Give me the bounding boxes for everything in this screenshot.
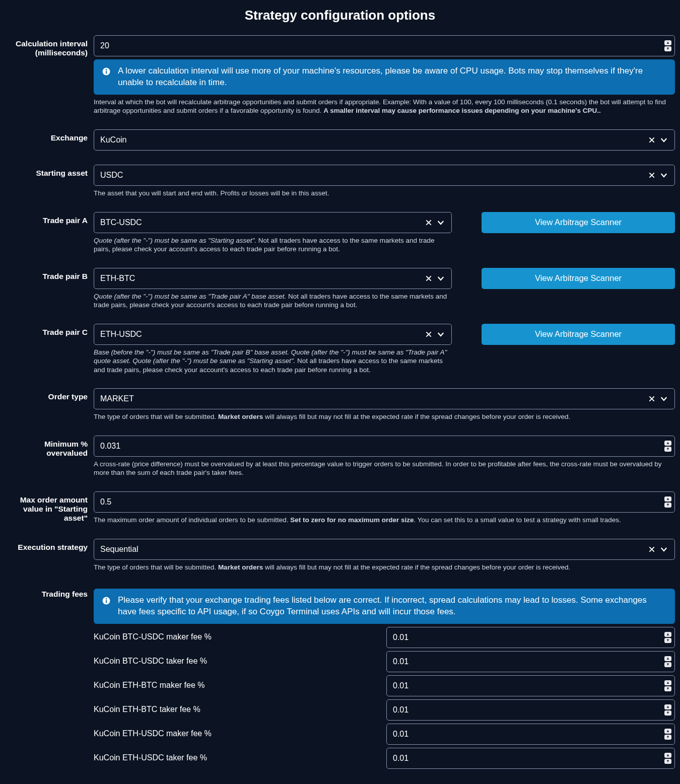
- max-order-help: The maximum order amount of individual o…: [94, 516, 675, 525]
- fee-input[interactable]: 0.01 ▲▼: [386, 675, 675, 696]
- spinner-down-icon[interactable]: ▼: [664, 710, 671, 716]
- spinner-up-icon[interactable]: ▲: [664, 753, 671, 758]
- fee-row: KuCoin ETH-USDC maker fee % 0.01 ▲▼: [94, 724, 675, 745]
- trade-pair-a-value: BTC-USDC: [100, 218, 424, 227]
- trade-pair-c-select[interactable]: ETH-USDC: [94, 324, 452, 345]
- view-arbitrage-scanner-button[interactable]: View Arbitrage Scanner: [482, 212, 675, 233]
- spinner-up-icon[interactable]: ▲: [664, 441, 671, 446]
- trade-pair-a-label: Trade pair A: [5, 212, 94, 254]
- trading-fees-banner: Please verify that your exchange trading…: [94, 589, 675, 624]
- spinner-down-icon[interactable]: ▼: [664, 735, 671, 740]
- trade-pair-c-value: ETH-USDC: [100, 330, 424, 339]
- exchange-label: Exchange: [5, 129, 94, 151]
- spinner-down-icon[interactable]: ▼: [664, 662, 671, 667]
- fee-label: KuCoin ETH-BTC maker fee %: [94, 676, 380, 696]
- spinner-down-icon[interactable]: ▼: [664, 46, 671, 51]
- starting-asset-value: USDC: [100, 171, 647, 180]
- trade-pair-b-help: Quote (after the "-") must be same as "T…: [94, 292, 452, 310]
- max-order-label: Max order amount value in "Starting asse…: [5, 491, 94, 525]
- chevron-down-icon[interactable]: [436, 330, 445, 339]
- fee-input[interactable]: 0.01 ▲▼: [386, 699, 675, 721]
- svg-point-1: [106, 69, 107, 70]
- min-overvalued-value: 0.031: [100, 442, 668, 451]
- fee-input[interactable]: 0.01 ▲▼: [386, 724, 675, 745]
- max-order-input[interactable]: 0.5 ▲▼: [94, 491, 675, 513]
- view-arbitrage-scanner-button[interactable]: View Arbitrage Scanner: [482, 268, 675, 289]
- chevron-down-icon[interactable]: [659, 135, 668, 145]
- clear-icon[interactable]: [647, 394, 656, 403]
- fee-row: KuCoin ETH-BTC taker fee % 0.01 ▲▼: [94, 699, 675, 721]
- trading-fees-banner-text: Please verify that your exchange trading…: [118, 595, 667, 618]
- execution-strategy-value: Sequential: [100, 545, 647, 554]
- chevron-down-icon[interactable]: [659, 171, 668, 180]
- fee-row: KuCoin ETH-BTC maker fee % 0.01 ▲▼: [94, 675, 675, 696]
- fee-row: KuCoin ETH-USDC taker fee % 0.01 ▲▼: [94, 748, 675, 769]
- spinner-down-icon[interactable]: ▼: [664, 503, 671, 508]
- chevron-down-icon[interactable]: [659, 394, 668, 403]
- info-icon: [102, 596, 111, 605]
- fee-value: 0.01: [393, 681, 668, 690]
- fee-label: KuCoin BTC-USDC maker fee %: [94, 627, 380, 648]
- number-spinner: ▲ ▼: [664, 40, 671, 51]
- exchange-select[interactable]: KuCoin: [94, 129, 675, 151]
- fee-value: 0.01: [393, 705, 668, 715]
- svg-point-4: [106, 598, 107, 599]
- spinner-down-icon[interactable]: ▼: [664, 759, 671, 764]
- exchange-value: KuCoin: [100, 135, 647, 145]
- min-overvalued-help: A cross-rate (price difference) must be …: [94, 460, 675, 477]
- spinner-up-icon[interactable]: ▲: [664, 729, 671, 734]
- starting-asset-select[interactable]: USDC: [94, 165, 675, 186]
- calc-interval-banner: A lower calculation interval will use mo…: [94, 59, 675, 95]
- order-type-help: The type of orders that will be submitte…: [94, 412, 675, 421]
- spinner-up-icon[interactable]: ▲: [664, 704, 671, 709]
- trading-fees-label: Trading fees: [5, 586, 94, 769]
- fee-input[interactable]: 0.01 ▲▼: [386, 748, 675, 769]
- calc-interval-banner-text: A lower calculation interval will use mo…: [118, 65, 667, 89]
- clear-icon[interactable]: [424, 330, 433, 339]
- spinner-down-icon[interactable]: ▼: [664, 447, 671, 452]
- spinner-up-icon[interactable]: ▲: [664, 496, 671, 502]
- spinner-up-icon[interactable]: ▲: [664, 632, 671, 637]
- fee-value: 0.01: [393, 730, 668, 739]
- calc-interval-help: Interval at which the bot will recalcula…: [94, 98, 675, 115]
- chevron-down-icon[interactable]: [436, 218, 445, 227]
- spinner-up-icon[interactable]: ▲: [664, 680, 671, 685]
- trade-pair-b-value: ETH-BTC: [100, 274, 424, 283]
- clear-icon[interactable]: [424, 218, 433, 227]
- spinner-down-icon[interactable]: ▼: [664, 638, 671, 643]
- trade-pair-c-help: Base (before the "-") must be same as "T…: [94, 348, 452, 375]
- clear-icon[interactable]: [424, 274, 433, 283]
- fee-label: KuCoin ETH-USDC taker fee %: [94, 748, 380, 768]
- execution-strategy-help: The type of orders that will be submitte…: [94, 563, 675, 572]
- clear-icon[interactable]: [647, 545, 656, 554]
- view-arbitrage-scanner-button[interactable]: View Arbitrage Scanner: [482, 324, 675, 345]
- fee-input[interactable]: 0.01 ▲▼: [386, 651, 675, 672]
- starting-asset-label: Starting asset: [5, 165, 94, 198]
- min-overvalued-input[interactable]: 0.031 ▲▼: [94, 436, 675, 457]
- fee-value: 0.01: [393, 633, 668, 642]
- trade-pair-a-select[interactable]: BTC-USDC: [94, 212, 452, 233]
- calc-interval-input[interactable]: 20 ▲ ▼: [94, 35, 675, 56]
- trade-pair-b-select[interactable]: ETH-BTC: [94, 268, 452, 289]
- spinner-up-icon[interactable]: ▲: [664, 656, 671, 661]
- fee-input[interactable]: 0.01 ▲▼: [386, 627, 675, 648]
- page-title: Strategy configuration options: [5, 8, 675, 23]
- fee-label: KuCoin BTC-USDC taker fee %: [94, 652, 380, 672]
- order-type-value: MARKET: [100, 394, 647, 403]
- spinner-up-icon[interactable]: ▲: [664, 40, 671, 45]
- chevron-down-icon[interactable]: [659, 545, 668, 554]
- chevron-down-icon[interactable]: [436, 274, 445, 283]
- fee-row: KuCoin BTC-USDC maker fee % 0.01 ▲▼: [94, 627, 675, 648]
- calc-interval-value: 20: [100, 41, 668, 50]
- svg-rect-2: [106, 71, 107, 74]
- starting-asset-help: The asset that you will start and end wi…: [94, 189, 675, 198]
- order-type-select[interactable]: MARKET: [94, 388, 675, 409]
- clear-icon[interactable]: [647, 171, 656, 180]
- trade-pair-b-label: Trade pair B: [5, 268, 94, 310]
- fee-value: 0.01: [393, 754, 668, 763]
- clear-icon[interactable]: [647, 135, 656, 145]
- execution-strategy-select[interactable]: Sequential: [94, 539, 675, 560]
- fee-value: 0.01: [393, 657, 668, 666]
- spinner-down-icon[interactable]: ▼: [664, 686, 671, 691]
- info-icon: [102, 67, 111, 76]
